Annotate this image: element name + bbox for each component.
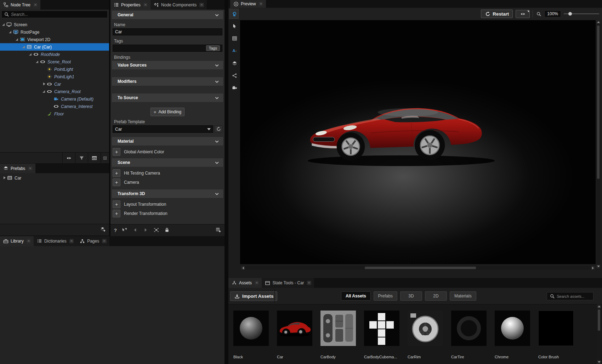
node-tree-item[interactable]: RootNode <box>0 51 109 58</box>
name-input[interactable] <box>115 29 220 34</box>
node-tree-item[interactable]: Camera_Interest <box>0 103 109 110</box>
add-prefab-button[interactable] <box>100 227 106 233</box>
library-tab-pages[interactable]: Pages✕ <box>76 236 109 246</box>
filter-materials[interactable]: Materials <box>450 291 476 301</box>
asset-card[interactable]: CarRim <box>408 311 443 364</box>
refresh-button[interactable] <box>215 125 222 133</box>
asset-card[interactable]: CarTire <box>451 311 487 364</box>
tree-open-arrow-icon[interactable] <box>42 89 46 94</box>
select-region-button[interactable] <box>122 227 127 234</box>
film-frame-button[interactable] <box>154 227 159 234</box>
scene-section-header[interactable]: Scene <box>112 158 223 167</box>
tags-input[interactable] <box>115 46 206 51</box>
asset-card[interactable]: CarBodyCubema... <box>364 311 399 364</box>
node-tree-item[interactable]: Car (Car) <box>0 43 109 51</box>
zoom-slider[interactable] <box>564 11 599 16</box>
add-property-button[interactable]: + <box>113 148 120 156</box>
search-input[interactable] <box>11 12 106 17</box>
video-camera-tool[interactable] <box>231 84 238 92</box>
scroll-down-icon[interactable] <box>597 360 601 364</box>
tree-closed-arrow-icon[interactable] <box>2 176 7 180</box>
node-tree-item[interactable]: Floor <box>0 110 109 118</box>
scroll-left-icon[interactable] <box>241 266 245 270</box>
close-icon[interactable]: ✕ <box>27 239 31 243</box>
filter-button[interactable] <box>75 153 88 163</box>
filter-3d[interactable]: 3D <box>400 291 422 301</box>
scrollbar-track[interactable] <box>245 266 591 270</box>
preview-3d-viewport[interactable] <box>240 20 596 264</box>
library-tab-dictionaries[interactable]: Dictionaries✕ <box>34 236 76 246</box>
close-icon[interactable]: ✕ <box>199 3 204 7</box>
assets-search-input[interactable] <box>557 294 591 298</box>
asset-card[interactable]: Chrome <box>495 311 530 364</box>
value-sources-section-header[interactable]: Value Sources <box>112 61 223 69</box>
grid-dots-button[interactable] <box>101 153 109 163</box>
node-tree-item[interactable]: RootPage <box>0 28 109 36</box>
assets-scrollbar[interactable] <box>597 305 601 364</box>
scroll-down-icon[interactable] <box>596 265 600 268</box>
close-icon[interactable]: ✕ <box>143 3 148 7</box>
node-tree-item[interactable]: PointLigh1 <box>0 73 109 80</box>
add-property-button[interactable]: + <box>113 169 120 177</box>
viewport-horizontal-scrollbar[interactable] <box>241 266 595 270</box>
tab-node-tree[interactable]: Node Tree ✕ <box>0 0 40 10</box>
add-binding-button[interactable]: + Add Binding <box>150 108 184 116</box>
text-tool-tool[interactable]: A <box>231 47 238 55</box>
tree-open-arrow-icon[interactable] <box>1 22 6 27</box>
filter-all-assets[interactable]: All Assets <box>341 291 371 301</box>
scroll-up-icon[interactable] <box>596 20 600 24</box>
assets-tab-state-tools-car[interactable]: State Tools - Car✕ <box>262 278 314 288</box>
grid-add-button[interactable] <box>215 227 221 234</box>
node-connections-tool[interactable] <box>231 72 238 79</box>
checker-button[interactable] <box>88 153 101 163</box>
asset-card[interactable]: Car <box>277 311 312 364</box>
node-tree-item[interactable]: Camera_Root <box>0 88 109 95</box>
node-tree-search[interactable] <box>1 11 108 18</box>
tab-preview[interactable]: Preview ✕ <box>230 0 266 8</box>
question-button[interactable]: ? <box>114 228 117 233</box>
scrollbar-thumb[interactable] <box>598 309 600 331</box>
to-source-section-header[interactable]: To Source <box>112 93 223 102</box>
properties-tab-properties[interactable]: Properties✕ <box>110 0 150 10</box>
restart-button[interactable]: Restart <box>481 10 513 18</box>
filter-prefabs[interactable]: Prefabs <box>374 291 397 301</box>
add-property-button[interactable]: + <box>113 200 120 208</box>
modifiers-section-header[interactable]: Modifiers <box>112 77 223 86</box>
tree-closed-arrow-icon[interactable] <box>42 82 46 86</box>
close-icon[interactable]: ✕ <box>28 166 32 171</box>
scroll-up-icon[interactable] <box>597 305 601 308</box>
nav-forward-button[interactable] <box>143 227 149 234</box>
properties-tab-node-components[interactable]: Node Components✕ <box>150 0 206 10</box>
lock-button[interactable] <box>164 227 170 234</box>
pointer-tool[interactable] <box>231 22 238 30</box>
interact-pointer-tool[interactable] <box>229 9 239 19</box>
node-tree-item[interactable]: Camera (Default) <box>0 95 109 103</box>
node-tree-item[interactable]: Screen <box>0 21 109 28</box>
close-icon[interactable]: ✕ <box>102 239 106 243</box>
close-icon[interactable]: ✕ <box>259 2 263 6</box>
tab-prefabs[interactable]: Prefabs ✕ <box>0 164 35 173</box>
node-tree-item[interactable]: PointLight <box>0 66 109 73</box>
asset-card[interactable]: CarBody <box>320 311 356 364</box>
assets-search[interactable] <box>547 292 594 300</box>
transform3d-section-header[interactable]: Transform 3D <box>112 189 223 198</box>
node-tree-item[interactable]: Scene_Root <box>0 58 109 66</box>
material-section-header[interactable]: Material <box>112 137 223 146</box>
tree-open-arrow-icon[interactable] <box>22 45 26 49</box>
tree-open-arrow-icon[interactable] <box>28 52 33 57</box>
tags-button[interactable]: Tags <box>206 45 220 51</box>
node-tree-item[interactable]: Car <box>0 80 109 88</box>
add-property-button[interactable]: + <box>113 210 120 217</box>
tree-open-arrow-icon[interactable] <box>8 30 13 34</box>
close-icon[interactable]: ✕ <box>307 281 311 285</box>
close-icon[interactable]: ✕ <box>255 281 259 285</box>
prefab-template-dropdown[interactable]: Car <box>113 125 213 133</box>
nav-back-button[interactable] <box>132 227 138 234</box>
node-tree-item[interactable]: Viewport 2D <box>0 36 109 43</box>
asset-card[interactable]: Color Brush <box>538 311 574 364</box>
eye-button[interactable] <box>62 153 75 163</box>
visibility-dropdown-button[interactable] <box>516 10 530 18</box>
assets-tab-assets[interactable]: Assets✕ <box>228 278 262 288</box>
viewport-vertical-scrollbar[interactable] <box>596 20 600 268</box>
name-field[interactable] <box>113 28 222 35</box>
